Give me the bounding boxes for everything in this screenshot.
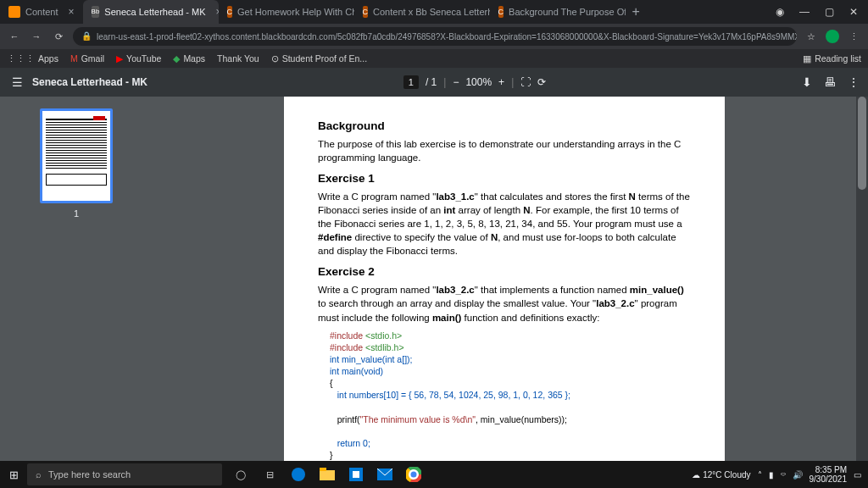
rotate-icon[interactable]: ⟳ — [537, 76, 546, 88]
new-tab-button[interactable]: + — [626, 4, 647, 19]
chrome-icon[interactable] — [403, 464, 424, 485]
account-icon[interactable]: ◉ — [776, 6, 784, 18]
svg-rect-2 — [320, 468, 326, 471]
fit-page-icon[interactable]: ⛶ — [520, 76, 531, 88]
close-window-icon[interactable]: ✕ — [849, 6, 858, 18]
lock-icon: 🔒 — [81, 31, 92, 42]
bookmark-gmail[interactable]: M Gmail — [70, 53, 104, 64]
thumbnail-sidebar: 1 — [0, 97, 153, 461]
profile-avatar[interactable] — [826, 30, 839, 43]
volume-icon[interactable]: 🔊 — [793, 470, 803, 480]
url-text: learn-us-east-1-prod-fleet02-xythos.cont… — [97, 32, 797, 42]
scrollbar[interactable] — [856, 97, 868, 461]
svg-rect-1 — [320, 470, 335, 480]
page-number-input[interactable]: 1 — [403, 75, 419, 89]
bookmarks-bar: ⋮⋮⋮ Apps M Gmail ▶ YouTube ◆ Maps Thank … — [0, 49, 868, 68]
browser-toolbar: ← → ⟳ 🔒 learn-us-east-1-prod-fleet02-xyt… — [0, 24, 868, 49]
notifications-icon[interactable]: ▭ — [854, 470, 861, 480]
document-viewport[interactable]: Background The purpose of this lab exerc… — [153, 97, 856, 461]
edge-icon[interactable] — [288, 464, 309, 485]
address-bar[interactable]: 🔒 learn-us-east-1-prod-fleet02-xythos.co… — [73, 27, 797, 46]
scrollbar-thumb[interactable] — [858, 97, 866, 190]
maximize-icon[interactable]: ▢ — [825, 6, 834, 18]
para-exercise2: Write a C program named "lab3_2.c" that … — [318, 283, 691, 324]
search-icon: ⌕ — [36, 469, 42, 480]
weather-widget[interactable]: ☁ 12°C Cloudy — [692, 470, 750, 480]
bookmark-youtube[interactable]: ▶ YouTube — [116, 53, 161, 64]
page-thumbnail-1[interactable] — [40, 108, 113, 203]
browser-tab-strip: Content× BbSeneca Letterhead - MK× CGet … — [0, 0, 868, 24]
svg-point-10 — [411, 472, 417, 478]
svg-rect-4 — [353, 471, 359, 478]
svg-point-0 — [292, 468, 305, 481]
tab-background[interactable]: CBackground The Purpose Of Thi× — [490, 0, 626, 24]
kebab-menu-icon[interactable]: ⋮ — [846, 31, 861, 42]
forward-button[interactable]: → — [29, 31, 44, 42]
hamburger-menu-icon[interactable]: ☰ — [8, 75, 25, 89]
back-button[interactable]: ← — [7, 31, 22, 42]
page-total: / 1 — [426, 76, 437, 88]
tray-chevron-icon[interactable]: ˄ — [758, 470, 762, 480]
minimize-icon[interactable]: — — [799, 6, 810, 18]
bookmark-thankyou[interactable]: Thank You — [217, 53, 259, 64]
start-button[interactable]: ⊞ — [0, 469, 27, 481]
zoom-level: 100% — [465, 76, 492, 88]
tab-content-bb[interactable]: CContent x Bb Seneca Letterhead× — [354, 0, 490, 24]
reading-list-button[interactable]: ▦ Reading list — [803, 53, 861, 64]
more-icon[interactable]: ⋮ — [848, 75, 860, 89]
bookmark-maps[interactable]: ◆ Maps — [173, 53, 205, 64]
code-block: #include <stdio.h> #include <stdlib.h> i… — [330, 330, 691, 461]
tab-seneca-letterhead[interactable]: BbSeneca Letterhead - MK× — [83, 0, 219, 24]
para-exercise1: Write a C program named "lab3_1.c" that … — [318, 190, 691, 258]
taskbar-clock[interactable]: 8:35 PM 9/30/2021 — [810, 465, 848, 484]
zoom-in-button[interactable]: + — [498, 76, 504, 88]
taskbar-search[interactable]: ⌕ Type here to search — [27, 463, 222, 485]
zoom-out-button[interactable]: − — [453, 76, 459, 88]
bookmark-star-icon[interactable]: ☆ — [804, 31, 819, 42]
search-placeholder: Type here to search — [48, 469, 131, 480]
heading-exercise1: Exercise 1 — [318, 171, 691, 187]
cortana-icon[interactable]: ⊟ — [259, 464, 280, 485]
pdf-workspace: 1 Background The purpose of this lab exe… — [0, 97, 868, 461]
wifi-icon[interactable]: ⌔ — [781, 470, 786, 480]
print-icon[interactable]: 🖶 — [824, 75, 836, 89]
mail-icon[interactable] — [375, 464, 395, 485]
bookmark-studentproof[interactable]: ⊙ Student Proof of En... — [271, 53, 367, 64]
close-icon[interactable]: × — [69, 6, 75, 18]
store-icon[interactable] — [346, 464, 366, 485]
pdf-toolbar: ☰ Seneca Letterhead - MK 1 / 1 | − 100% … — [0, 68, 868, 97]
windows-taskbar: ⊞ ⌕ Type here to search ◯ ⊟ ☁ 12°C Cloud… — [0, 461, 868, 488]
pdf-title: Seneca Letterhead - MK — [32, 76, 147, 88]
para-background: The purpose of this lab exercise is to d… — [318, 137, 691, 164]
reload-button[interactable]: ⟳ — [51, 31, 66, 42]
pdf-page: Background The purpose of this lab exerc… — [284, 97, 725, 461]
battery-icon[interactable]: ▮ — [769, 470, 774, 480]
tab-content[interactable]: Content× — [0, 0, 83, 24]
heading-exercise2: Exercise 2 — [318, 264, 691, 280]
apps-shortcut[interactable]: ⋮⋮⋮ Apps — [7, 53, 58, 64]
thumbnail-number: 1 — [74, 208, 79, 219]
task-view-icon[interactable]: ◯ — [231, 464, 251, 485]
tab-chegg[interactable]: CGet Homework Help With Cheg× — [219, 0, 354, 24]
heading-background: Background — [318, 119, 691, 135]
download-icon[interactable]: ⬇ — [802, 75, 812, 89]
explorer-icon[interactable] — [317, 464, 337, 485]
